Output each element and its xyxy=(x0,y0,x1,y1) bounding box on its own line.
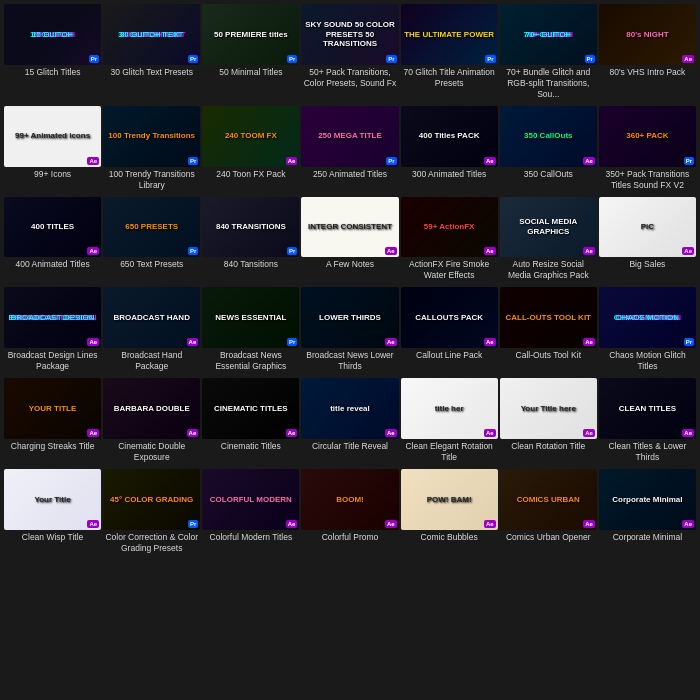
grid-item-comic-bubbles[interactable]: POW! BAM!AeComic Bubbles xyxy=(401,469,498,558)
items-grid: 15 GLITCHPr15 Glitch Titles30 GLITCH TEX… xyxy=(0,0,700,562)
badge-broadcast-news-lower: Ae xyxy=(385,338,397,346)
badge-30-glitch-text-presets: Pr xyxy=(188,55,198,63)
badge-cinematic-double: Ae xyxy=(187,429,199,437)
thumb-clean-titles-lower: CLEAN TITLESAe xyxy=(599,378,696,439)
grid-item-50-minimal-titles[interactable]: 50 PREMIERE titlesPr50 Minimal Titles xyxy=(202,4,299,104)
badge-650-text: Pr xyxy=(188,247,198,255)
badge-chaos-motion: Pr xyxy=(684,338,694,346)
badge-comic-bubbles: Ae xyxy=(484,520,496,528)
thumb-circular-title: title revealAe xyxy=(301,378,398,439)
badge-broadcast-hand: Ae xyxy=(187,338,199,346)
thumb-50-minimal-titles: 50 PREMIERE titlesPr xyxy=(202,4,299,65)
grid-item-80s-vhs[interactable]: 80's NIGHTAe80's VHS Intro Pack xyxy=(599,4,696,104)
thumb-colorful-promo: BOOM!Ae xyxy=(301,469,398,530)
grid-item-650-text[interactable]: 650 PRESETSPr650 Text Presets xyxy=(103,197,200,286)
grid-item-clean-rotation[interactable]: Your Title hereAeClean Rotation Title xyxy=(500,378,597,467)
grid-item-callout-line[interactable]: CALLOUTS PACKAeCallout Line Pack xyxy=(401,287,498,376)
badge-350-pack: Pr xyxy=(684,157,694,165)
thumb-call-outs-tool: CALL-OUTS TOOL KITAe xyxy=(500,287,597,348)
thumb-broadcast-design: BROADCAST DESIGNAe xyxy=(4,287,101,348)
grid-item-350-pack[interactable]: 360+ PACKPr350+ Pack Transitions Titles … xyxy=(599,106,696,195)
grid-item-call-outs-tool[interactable]: CALL-OUTS TOOL KITAeCall-Outs Tool Kit xyxy=(500,287,597,376)
thumb-840-trans: 840 TRANSITIONSPr xyxy=(202,197,299,258)
thumb-240-toon: 240 TOOM FXAe xyxy=(202,106,299,167)
badge-corporate-minimal: Ae xyxy=(682,520,694,528)
grid-item-color-correction[interactable]: 45° COLOR GRADINGPrColor Correction & Co… xyxy=(103,469,200,558)
thumb-650-text: 650 PRESETSPr xyxy=(103,197,200,258)
grid-item-colorful-promo[interactable]: BOOM!AeColorful Promo xyxy=(301,469,398,558)
grid-item-100-trendy[interactable]: 100 Trendy TransitionsPr100 Trendy Trans… xyxy=(103,106,200,195)
thumb-text-comic-bubbles: POW! BAM! xyxy=(425,493,474,507)
label-call-outs-tool: Call-Outs Tool Kit xyxy=(500,348,597,365)
grid-item-15-glitch-titles[interactable]: 15 GLITCHPr15 Glitch Titles xyxy=(4,4,101,104)
badge-clean-wisp: Ae xyxy=(87,520,99,528)
label-840-trans: 840 Tansitions xyxy=(202,257,299,274)
grid-item-comics-urban[interactable]: COMICS URBANAeComics Urban Opener xyxy=(500,469,597,558)
thumb-text-350-pack: 360+ PACK xyxy=(624,129,670,143)
label-70-bundle: 70+ Bundle Glitch and RGB-split Transiti… xyxy=(500,65,597,104)
grid-item-300-anim[interactable]: 400 Titles PACKAe300 Animated Titles xyxy=(401,106,498,195)
label-charging-streaks: Charging Streaks Title xyxy=(4,439,101,456)
grid-item-charging-streaks[interactable]: YOUR TITLEAeCharging Streaks Title xyxy=(4,378,101,467)
grid-item-240-toon[interactable]: 240 TOOM FXAe240 Toon FX Pack xyxy=(202,106,299,195)
thumb-text-color-correction: 45° COLOR GRADING xyxy=(108,493,195,507)
thumb-comic-bubbles: POW! BAM!Ae xyxy=(401,469,498,530)
thumb-text-50-pack: SKY SOUND 50 COLOR PRESETS 50 TRANSITION… xyxy=(301,18,398,51)
badge-call-outs-tool: Ae xyxy=(583,338,595,346)
grid-item-50-pack[interactable]: SKY SOUND 50 COLOR PRESETS 50 TRANSITION… xyxy=(301,4,398,104)
badge-colorful-modern: Ae xyxy=(286,520,298,528)
grid-item-cinematic-titles[interactable]: CINEMATIC TITLESAeCinematic Titles xyxy=(202,378,299,467)
grid-item-400-anim[interactable]: 400 TITLESAe400 Animated Titles xyxy=(4,197,101,286)
badge-99-icons: Ae xyxy=(87,157,99,165)
grid-item-clean-titles-lower[interactable]: CLEAN TITLESAeClean Titles & Lower Third… xyxy=(599,378,696,467)
thumb-70-glitch-title: THE ULTIMATE POWERPr xyxy=(401,4,498,65)
grid-item-chaos-motion[interactable]: CHAOS MOTIONPrChaos Motion Glitch Titles xyxy=(599,287,696,376)
label-clean-elegant: Clean Elegant Rotation Title xyxy=(401,439,498,467)
thumb-clean-wisp: Your TitleAe xyxy=(4,469,101,530)
grid-item-cinematic-double[interactable]: BARBARA DOUBLEAeCinematic Double Exposur… xyxy=(103,378,200,467)
thumb-text-240-toon: 240 TOOM FX xyxy=(223,129,279,143)
thumb-text-auto-resize: SOCIAL MEDIA GRAPHICS xyxy=(500,215,597,238)
label-99-icons: 99+ Icons xyxy=(4,167,101,184)
grid-item-350-callouts[interactable]: 350 CallOutsAe350 CallOuts xyxy=(500,106,597,195)
label-100-trendy: 100 Trendy Transitions Library xyxy=(103,167,200,195)
grid-item-broadcast-hand[interactable]: BROADCAST HANDAeBroadcast Hand Package xyxy=(103,287,200,376)
grid-item-70-glitch-title[interactable]: THE ULTIMATE POWERPr70 Glitch Title Anim… xyxy=(401,4,498,104)
thumb-text-call-outs-tool: CALL-OUTS TOOL KIT xyxy=(504,311,593,325)
grid-item-99-icons[interactable]: 99+ Animated iconsAe99+ Icons xyxy=(4,106,101,195)
thumb-broadcast-hand: BROADCAST HANDAe xyxy=(103,287,200,348)
badge-cinematic-titles: Ae xyxy=(286,429,298,437)
grid-item-30-glitch-text-presets[interactable]: 30 GLITCH TEXTPr30 Glitch Text Presets xyxy=(103,4,200,104)
grid-item-corporate-minimal[interactable]: Corporate MinimalAeCorporate Minimal xyxy=(599,469,696,558)
label-300-anim: 300 Animated Titles xyxy=(401,167,498,184)
grid-item-broadcast-news-essential[interactable]: NEWS ESSENTIALPrBroadcast News Essential… xyxy=(202,287,299,376)
grid-item-broadcast-design[interactable]: BROADCAST DESIGNAeBroadcast Design Lines… xyxy=(4,287,101,376)
grid-item-clean-elegant[interactable]: title herAeClean Elegant Rotation Title xyxy=(401,378,498,467)
grid-item-actionfx[interactable]: 59+ ActionFXAeActionFX Fire Smoke Water … xyxy=(401,197,498,286)
grid-item-circular-title[interactable]: title revealAeCircular Title Reveal xyxy=(301,378,398,467)
label-clean-rotation: Clean Rotation Title xyxy=(500,439,597,456)
badge-400-anim: Ae xyxy=(87,247,99,255)
grid-item-70-bundle[interactable]: 70+ GLITCHPr70+ Bundle Glitch and RGB-sp… xyxy=(500,4,597,104)
label-80s-vhs: 80's VHS Intro Pack xyxy=(599,65,696,82)
thumb-chaos-motion: CHAOS MOTIONPr xyxy=(599,287,696,348)
badge-240-toon: Ae xyxy=(286,157,298,165)
label-auto-resize: Auto Resize Social Media Graphics Pack xyxy=(500,257,597,285)
thumb-80s-vhs: 80's NIGHTAe xyxy=(599,4,696,65)
thumb-350-pack: 360+ PACKPr xyxy=(599,106,696,167)
grid-item-auto-resize[interactable]: SOCIAL MEDIA GRAPHICSAeAuto Resize Socia… xyxy=(500,197,597,286)
grid-item-big-sales[interactable]: PiCAeBig Sales xyxy=(599,197,696,286)
grid-item-clean-wisp[interactable]: Your TitleAeClean Wisp Title xyxy=(4,469,101,558)
grid-item-colorful-modern[interactable]: COLORFUL MODERNAeColorful Modern Titles xyxy=(202,469,299,558)
grid-item-250-anim[interactable]: 250 MEGA TITLEPr250 Animated Titles xyxy=(301,106,398,195)
label-comic-bubbles: Comic Bubbles xyxy=(401,530,498,547)
label-15-glitch-titles: 15 Glitch Titles xyxy=(4,65,101,82)
badge-broadcast-news-essential: Pr xyxy=(287,338,297,346)
badge-few-notes: Ae xyxy=(385,247,397,255)
grid-item-broadcast-news-lower[interactable]: LOWER THIRDSAeBroadcast News Lower Third… xyxy=(301,287,398,376)
badge-broadcast-design: Ae xyxy=(87,338,99,346)
badge-clean-elegant: Ae xyxy=(484,429,496,437)
grid-item-few-notes[interactable]: INTEGR CONSISTENTAeA Few Notes xyxy=(301,197,398,286)
grid-item-840-trans[interactable]: 840 TRANSITIONSPr840 Tansitions xyxy=(202,197,299,286)
thumb-broadcast-news-essential: NEWS ESSENTIALPr xyxy=(202,287,299,348)
